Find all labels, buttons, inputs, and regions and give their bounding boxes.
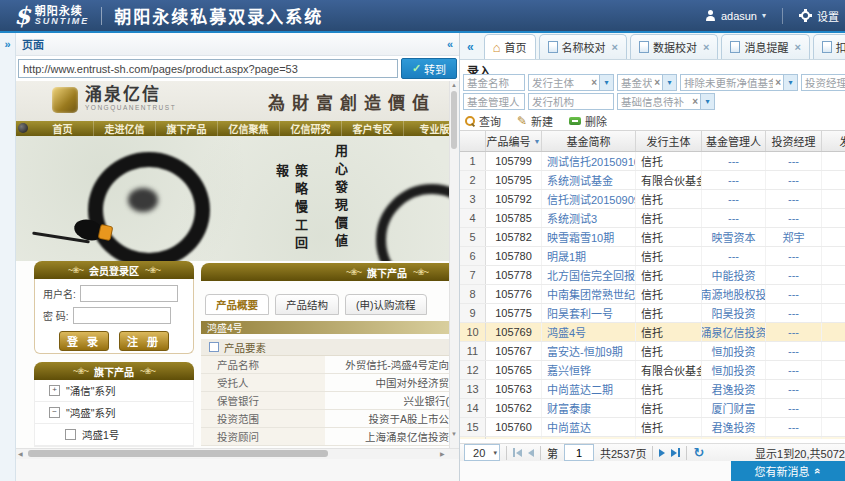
url-input[interactable] [18, 59, 398, 78]
filter-field[interactable]: 发行机构 [528, 93, 614, 110]
expand-panel-icon[interactable]: » [0, 38, 15, 50]
tab[interactable]: 扣分绩效统计 × [813, 34, 845, 59]
page-size-select[interactable]: 20 ▾ [464, 444, 500, 461]
column-header[interactable]: 产品编号 ▼ [486, 131, 542, 151]
table-row[interactable]: 10 105769 鸿盛4号 信托 涌泉亿信投资 --- 外贸 [460, 323, 845, 342]
scroll-down-icon[interactable]: ▼ [451, 431, 457, 437]
fund-name-link[interactable]: 财富泰康 [542, 399, 636, 417]
table-row[interactable]: 14 105762 财富泰康 信托 厦门财富 --- 厦门 [460, 399, 845, 418]
column-header[interactable]: 发行机构 [822, 131, 845, 151]
fund-name-link[interactable]: 嘉兴恒铧 [542, 361, 636, 379]
table-row[interactable]: 4 105785 系统测试3 信托 --- --- 中融 [460, 209, 845, 228]
fund-name-link[interactable]: 测试信托20150910 [542, 152, 636, 170]
table-row[interactable]: 5 105782 映雪霜雪10期 信托 映雪资本 郑宇 山东 [460, 228, 845, 247]
filter-field[interactable]: 排除未更新净值基金 × ▾ [680, 74, 798, 91]
fund-name-link[interactable]: 北方国信完全回报 [542, 266, 636, 284]
toolbar-button[interactable]: 删除 [569, 113, 607, 129]
tree-item[interactable]: + "涌信"系列 [35, 380, 193, 402]
table-row[interactable]: 16 105759 嘉兴吉睿 有限合伙基金 恒加投资 --- 恒加 [460, 437, 845, 439]
vertical-scroll-thumb[interactable] [451, 91, 457, 149]
chevron-down-icon[interactable]: ▾ [662, 75, 676, 90]
chevron-down-icon[interactable]: ▾ [599, 75, 613, 90]
fund-name-link[interactable]: 系统测试3 [542, 209, 636, 227]
fund-name-link[interactable]: 中南集团常熟世纪缇城 [542, 285, 636, 303]
table-row[interactable]: 6 105780 明晟1期 信托 --- --- 山东 [460, 247, 845, 266]
nav-item[interactable]: 客户专区 [342, 121, 404, 136]
webpage-horizontal-scrollbar[interactable]: ◀ ▶ [16, 448, 459, 459]
password-field[interactable] [73, 307, 171, 324]
filter-field[interactable]: 基金名称 [463, 74, 525, 91]
fund-name-link[interactable]: 富安达-恒加9期 [542, 342, 636, 360]
nav-item[interactable]: 亿信研究 [280, 121, 342, 136]
horizontal-scroll-thumb[interactable] [28, 450, 328, 457]
product-tab[interactable]: 产品概要 [205, 294, 269, 315]
nav-item[interactable]: 专业版 [404, 121, 450, 136]
last-page-button[interactable] [671, 448, 680, 457]
fund-name-link[interactable]: 阳昊套利一号 [542, 304, 636, 322]
table-row[interactable]: 13 105763 中尚蓝达二期 信托 君逸投资 --- 渤海 [460, 380, 845, 399]
checkbox-icon[interactable] [209, 342, 219, 352]
nav-item[interactable]: 亿信聚焦 [218, 121, 280, 136]
filter-field[interactable]: 基础信息待补 × ▾ [617, 93, 715, 110]
scroll-left-icon[interactable]: ◀ [18, 450, 23, 457]
collapse-panel-icon[interactable]: « [447, 38, 453, 50]
close-tab-icon[interactable]: × [703, 41, 709, 53]
tab[interactable]: ⌂ 首页 [484, 34, 536, 59]
first-page-button[interactable] [513, 448, 522, 457]
filter-field[interactable]: 投资经理 [801, 74, 845, 91]
settings-button[interactable]: 设置 [782, 8, 845, 24]
fund-name-link[interactable]: 映雪霜雪10期 [542, 228, 636, 246]
collapse-node-icon[interactable]: − [49, 407, 60, 418]
column-header[interactable]: 基金简称 [542, 131, 636, 151]
next-page-button[interactable] [659, 449, 665, 457]
scroll-right-icon[interactable]: ▶ [440, 450, 445, 457]
login-button[interactable]: 登 录 [59, 331, 109, 351]
fund-name-link[interactable]: 信托测试20150909 [542, 190, 636, 208]
fund-name-link[interactable]: 系统测试基金 [542, 171, 636, 189]
tab[interactable]: 数据校对 × [630, 34, 718, 59]
go-button[interactable]: ✓ 转到 [401, 58, 457, 79]
user-menu[interactable]: adasun ▾ [689, 10, 782, 22]
table-row[interactable]: 3 105792 信托测试20150909 信托 --- --- --- [460, 190, 845, 209]
nav-item[interactable]: 旗下产品 [156, 121, 218, 136]
clear-icon[interactable]: × [589, 77, 599, 88]
chevron-down-icon[interactable]: ▾ [783, 75, 797, 90]
tab[interactable]: 消息提醒 × [721, 34, 809, 59]
product-tab[interactable]: 产品结构 [275, 294, 339, 315]
table-row[interactable]: 9 105775 阳昊套利一号 信托 阳昊投资 --- 北方 [460, 304, 845, 323]
fund-name-link[interactable]: 明晟1期 [542, 247, 636, 265]
expand-icon[interactable]: + [49, 385, 60, 396]
fund-name-link[interactable]: 鸿盛4号 [542, 323, 636, 341]
table-row[interactable]: 12 105765 嘉兴恒铧 有限合伙基金 恒加投资 --- 恒加 [460, 361, 845, 380]
column-header[interactable]: 投资经理 [766, 131, 822, 151]
chevron-down-icon[interactable]: ▾ [700, 94, 714, 109]
filter-field[interactable]: 基金状态 × ▾ [617, 74, 677, 91]
fund-name-link[interactable]: 中尚蓝达二期 [542, 380, 636, 398]
table-row[interactable]: 1 105799 测试信托20150910 信托 --- --- --- [460, 152, 845, 171]
reload-grid-icon[interactable]: ↻ [693, 445, 704, 460]
table-row[interactable]: 11 105767 富安达-恒加9期 信托 恒加投资 --- 富安 [460, 342, 845, 361]
column-header[interactable]: 发行主体 [636, 131, 702, 151]
column-header[interactable] [460, 131, 486, 151]
product-section-row[interactable]: 产品要素 [201, 339, 450, 356]
collapse-tabs-icon[interactable]: « [467, 40, 474, 54]
table-row[interactable]: 8 105776 中南集团常熟世纪缇城 信托 中南源地股权投资 --- 爱建 [460, 285, 845, 304]
username-field[interactable] [80, 285, 178, 302]
column-header[interactable]: 基金管理人 [702, 131, 766, 151]
webpage-vertical-scrollbar[interactable]: ▲ ▼ [449, 81, 459, 449]
nav-item[interactable]: 走进亿信 [94, 121, 156, 136]
tab[interactable]: 名称校对 × [539, 34, 627, 59]
close-tab-icon[interactable]: × [612, 41, 618, 53]
prev-page-button[interactable] [528, 449, 534, 457]
clear-icon[interactable]: × [773, 77, 783, 88]
tree-item[interactable]: − "鸿盛"系列 [35, 402, 193, 424]
filter-field[interactable]: 基金管理人 [463, 93, 525, 110]
fund-name-link[interactable]: 嘉兴吉睿 [542, 437, 636, 439]
register-button[interactable]: 注 册 [119, 331, 169, 351]
product-tab[interactable]: (申)认购流程 [345, 294, 427, 315]
filter-field[interactable]: 发行主体 × ▾ [528, 74, 614, 91]
table-row[interactable]: 7 105778 北方国信完全回报 信托 中能投资 --- 北方 [460, 266, 845, 285]
table-row[interactable]: 15 105760 中尚蓝达 信托 君逸投资 --- 渤海 [460, 418, 845, 437]
new-message-bar[interactable]: 您有新消息 « [731, 461, 845, 481]
fund-name-link[interactable]: 中尚蓝达 [542, 418, 636, 436]
